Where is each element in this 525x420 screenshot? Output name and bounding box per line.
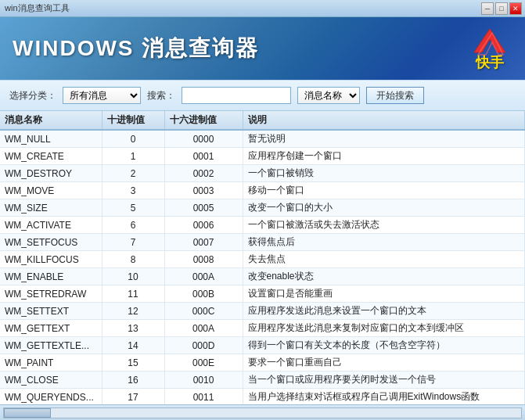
search-button[interactable]: 开始搜索 xyxy=(366,87,424,104)
cell-hex: 0005 xyxy=(164,199,243,217)
horizontal-scrollbar[interactable] xyxy=(3,407,522,418)
cell-name: WM_GETTEXT xyxy=(0,320,102,337)
maximize-button[interactable]: □ xyxy=(495,2,508,15)
cell-hex: 0008 xyxy=(164,251,243,268)
table-wrapper[interactable]: 消息名称 十进制值 十六进制值 说明 WM_NULL 0 0000 暂无说明 W… xyxy=(0,111,525,404)
cell-desc: 获得焦点后 xyxy=(243,234,525,251)
table-row[interactable]: WM_KILLFOCUS 8 0008 失去焦点 xyxy=(0,251,525,268)
table-row[interactable]: WM_GETTEXT 13 000A 应用程序发送此消息来复制对应窗口的文本到缓… xyxy=(0,320,525,337)
cell-desc: 要求一个窗口重画自己 xyxy=(243,354,525,372)
cell-decimal: 14 xyxy=(102,337,164,354)
window-controls: ─ □ ✕ xyxy=(481,2,522,15)
cell-decimal: 17 xyxy=(102,389,164,405)
cell-name: WM_ACTIVATE xyxy=(0,217,102,234)
table-row[interactable]: WM_GETTEXTLE... 14 000D 得到一个窗口有关文本的长度（不包… xyxy=(0,337,525,354)
cell-hex: 000A xyxy=(164,268,243,285)
search-label: 搜索： xyxy=(147,89,175,102)
cell-decimal: 15 xyxy=(102,354,164,372)
cell-decimal: 11 xyxy=(102,285,164,303)
cell-hex: 0001 xyxy=(164,148,243,165)
cell-hex: 000B xyxy=(164,285,243,303)
cell-name: WM_SIZE xyxy=(0,199,102,217)
cell-hex: 0007 xyxy=(164,234,243,251)
category-select[interactable]: 所有消息窗口消息键盘消息鼠标消息 xyxy=(63,87,141,104)
cell-hex: 000C xyxy=(164,303,243,320)
category-label: 选择分类： xyxy=(9,89,56,102)
cell-hex: 0000 xyxy=(164,130,243,148)
cell-decimal: 0 xyxy=(102,130,164,148)
table-row[interactable]: WM_ACTIVATE 6 0006 一个窗口被激活或失去激活状态 xyxy=(0,217,525,234)
table-row[interactable]: WM_NULL 0 0000 暂无说明 xyxy=(0,130,525,148)
cell-hex: 000A xyxy=(164,320,243,337)
search-input[interactable] xyxy=(182,87,291,104)
table-row[interactable]: WM_PAINT 15 000E 要求一个窗口重画自己 xyxy=(0,354,525,372)
cell-name: WM_KILLFOCUS xyxy=(0,251,102,268)
cell-decimal: 13 xyxy=(102,320,164,337)
cell-decimal: 7 xyxy=(102,234,164,251)
table-row[interactable]: WM_CREATE 1 0001 应用程序创建一个窗口 xyxy=(0,148,525,165)
table-row[interactable]: WM_SIZE 5 0005 改变一个窗口的大小 xyxy=(0,199,525,217)
cell-name: WM_CLOSE xyxy=(0,372,102,389)
col-header-hex: 十六进制值 xyxy=(164,111,243,130)
cell-name: WM_PAINT xyxy=(0,354,102,372)
table-row[interactable]: WM_SETFOCUS 7 0007 获得焦点后 xyxy=(0,234,525,251)
cell-hex: 000E xyxy=(164,354,243,372)
table-row[interactable]: WM_ENABLE 10 000A 改变enable状态 xyxy=(0,268,525,285)
header-area: WINDOWS 消息查询器 快手 xyxy=(0,17,525,80)
search-type-select[interactable]: 消息名称消息值消息说明 xyxy=(297,87,360,104)
cell-desc: 得到一个窗口有关文本的长度（不包含空字符） xyxy=(243,337,525,354)
toolbar: 选择分类： 所有消息窗口消息键盘消息鼠标消息 搜索： 消息名称消息值消息说明 开… xyxy=(0,80,525,111)
messages-table: 消息名称 十进制值 十六进制值 说明 WM_NULL 0 0000 暂无说明 W… xyxy=(0,111,525,404)
cell-desc: 应用程序创建一个窗口 xyxy=(243,148,525,165)
cell-name: WM_MOVE xyxy=(0,182,102,199)
cell-hex: 0003 xyxy=(164,182,243,199)
cell-desc: 一个窗口被激活或失去激活状态 xyxy=(243,217,525,234)
cell-decimal: 12 xyxy=(102,303,164,320)
cell-desc: 暂无说明 xyxy=(243,130,525,148)
cell-name: WM_NULL xyxy=(0,130,102,148)
table-row[interactable]: WM_SETTEXT 12 000C 应用程序发送此消息来设置一个窗口的文本 xyxy=(0,303,525,320)
cell-desc: 设置窗口是否能重画 xyxy=(243,285,525,303)
table-row[interactable]: WM_MOVE 3 0003 移动一个窗口 xyxy=(0,182,525,199)
cell-name: WM_SETFOCUS xyxy=(0,234,102,251)
cell-decimal: 16 xyxy=(102,372,164,389)
cell-name: WM_SETREDRAW xyxy=(0,285,102,303)
header-title: WINDOWS 消息查询器 xyxy=(13,34,259,63)
cell-desc: 当一个窗口或应用程序要关闭时发送一个信号 xyxy=(243,372,525,389)
col-header-desc: 说明 xyxy=(243,111,525,130)
close-button[interactable]: ✕ xyxy=(509,2,522,15)
cell-hex: 0010 xyxy=(164,372,243,389)
cell-decimal: 1 xyxy=(102,148,164,165)
cell-decimal: 6 xyxy=(102,217,164,234)
cell-name: WM_DESTROY xyxy=(0,165,102,182)
cell-name: WM_SETTEXT xyxy=(0,303,102,320)
cell-desc: 改变一个窗口的大小 xyxy=(243,199,525,217)
window-body: WINDOWS 消息查询器 快手 选择分类： 所有消息窗口消息键盘消息鼠标消息 … xyxy=(0,17,525,420)
table-row[interactable]: WM_QUERYENDS... 17 0011 当用户选择结束对话框或程序自己调… xyxy=(0,389,525,405)
cell-name: WM_QUERYENDS... xyxy=(0,389,102,405)
cell-name: WM_CREATE xyxy=(0,148,102,165)
cell-decimal: 10 xyxy=(102,268,164,285)
cell-desc: 一个窗口被销毁 xyxy=(243,165,525,182)
cell-desc: 移动一个窗口 xyxy=(243,182,525,199)
cell-decimal: 5 xyxy=(102,199,164,217)
cell-desc: 应用程序发送此消息来复制对应窗口的文本到缓冲区 xyxy=(243,320,525,337)
header-logo: 快手 xyxy=(470,25,509,72)
table-row[interactable]: WM_DESTROY 2 0002 一个窗口被销毁 xyxy=(0,165,525,182)
cell-decimal: 3 xyxy=(102,182,164,199)
cell-decimal: 2 xyxy=(102,165,164,182)
title-bar: win消息查询工具 ─ □ ✕ xyxy=(0,0,525,17)
cell-hex: 0011 xyxy=(164,389,243,405)
table-header-row: 消息名称 十进制值 十六进制值 说明 xyxy=(0,111,525,130)
minimize-button[interactable]: ─ xyxy=(481,2,494,15)
cell-name: WM_GETTEXTLE... xyxy=(0,337,102,354)
cell-desc: 应用程序发送此消息来设置一个窗口的文本 xyxy=(243,303,525,320)
table-row[interactable]: WM_CLOSE 16 0010 当一个窗口或应用程序要关闭时发送一个信号 xyxy=(0,372,525,389)
table-row[interactable]: WM_SETREDRAW 11 000B 设置窗口是否能重画 xyxy=(0,285,525,303)
cell-desc: 改变enable状态 xyxy=(243,268,525,285)
cell-name: WM_ENABLE xyxy=(0,268,102,285)
cell-hex: 0006 xyxy=(164,217,243,234)
scrollbar-thumb[interactable] xyxy=(4,408,51,418)
cell-desc: 当用户选择结束对话框或程序自己调用ExitWindows函数 xyxy=(243,389,525,405)
logo-icon xyxy=(470,25,509,56)
